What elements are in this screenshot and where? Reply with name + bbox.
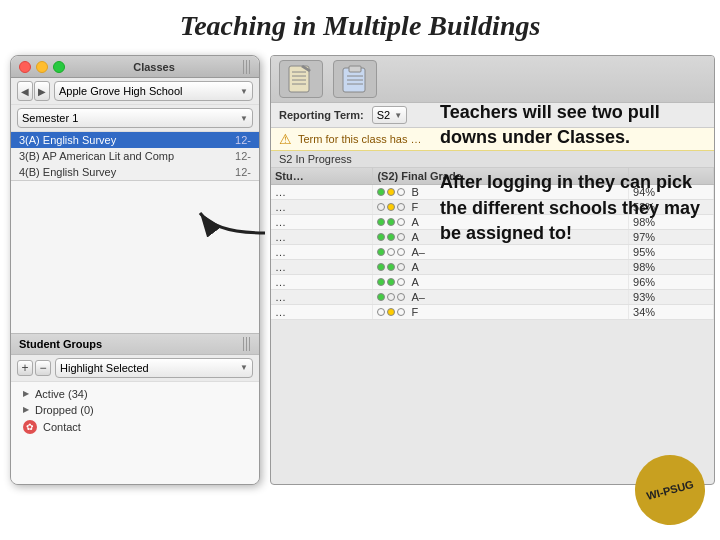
cell-stu: … — [271, 260, 373, 275]
school-dropdown-value: Apple Grove High School — [59, 85, 183, 97]
group-item-dropped[interactable]: ▶ Dropped (0) — [11, 402, 259, 418]
close-button[interactable] — [19, 61, 31, 73]
highlight-dropdown-value: Highlight Selected — [60, 362, 149, 374]
reporting-term-label: Reporting Term: — [279, 109, 364, 121]
triangle-icon-active: ▶ — [23, 389, 29, 398]
class-item-1[interactable]: 3(A) English Survey 12- — [11, 132, 259, 148]
page-title: Teaching in Multiple Buildings — [0, 0, 720, 50]
term-value: S2 — [377, 109, 390, 121]
classes-section: ◀ ▶ Apple Grove High School ▼ Semester 1… — [11, 78, 259, 181]
cell-stu: … — [271, 245, 373, 260]
groups-resize-handle[interactable] — [243, 337, 251, 351]
class-item-1-num: 12- — [235, 134, 251, 146]
class-item-3-code: 4(B) English Survey — [19, 166, 235, 178]
cell-grade: A– — [373, 290, 629, 305]
school-dropdown-row: ◀ ▶ Apple Grove High School ▼ — [11, 78, 259, 105]
col-stu: Stu… — [271, 168, 373, 185]
class-item-2-num: 12- — [235, 150, 251, 162]
status-text: S2 In Progress — [279, 153, 352, 165]
callout-top: Teachers will see two pull downs under C… — [440, 100, 710, 150]
semester-dropdown-arrow: ▼ — [240, 114, 248, 123]
contact-icon: ✿ — [23, 420, 37, 434]
traffic-lights — [19, 61, 65, 73]
group-list: ▶ Active (34) ▶ Dropped (0) ✿ Contact — [11, 382, 259, 485]
cell-grade: F — [373, 305, 629, 320]
group-contact-label: Contact — [43, 421, 81, 433]
group-active-label: Active (34) — [35, 388, 88, 400]
warning-icon: ⚠ — [279, 131, 292, 147]
table-row: … A96% — [271, 275, 714, 290]
cell-pct: 34% — [629, 305, 714, 320]
group-item-active[interactable]: ▶ Active (34) — [11, 386, 259, 402]
cell-stu: … — [271, 200, 373, 215]
group-item-contact[interactable]: ✿ Contact — [11, 418, 259, 436]
remove-group-button[interactable]: − — [35, 360, 51, 376]
add-remove-buttons: + − — [17, 360, 51, 376]
class-item-3[interactable]: 4(B) English Survey 12- — [11, 164, 259, 180]
nav-arrows: ◀ ▶ — [17, 81, 50, 101]
cell-pct: 93% — [629, 290, 714, 305]
term-dropdown-arrow: ▼ — [394, 111, 402, 120]
class-item-3-num: 12- — [235, 166, 251, 178]
groups-header: Student Groups — [11, 333, 259, 355]
semester-dropdown-row: Semester 1 ▼ — [11, 105, 259, 132]
groups-header-label: Student Groups — [19, 338, 102, 350]
window-titlebar: Classes — [11, 56, 259, 78]
badge-label: WI-PSUG — [645, 477, 695, 503]
class-item-2[interactable]: 3(B) AP American Lit and Comp 12- — [11, 148, 259, 164]
classes-window: Classes ◀ ▶ Apple Grove High School ▼ Se… — [10, 55, 260, 485]
cell-stu: … — [271, 185, 373, 200]
assignment-icon[interactable] — [333, 60, 377, 98]
semester-dropdown-value: Semester 1 — [22, 112, 78, 124]
zoom-button[interactable] — [53, 61, 65, 73]
warning-text: Term for this class has … — [298, 133, 421, 145]
term-dropdown[interactable]: S2 ▼ — [372, 106, 407, 124]
highlight-dropdown-arrow: ▼ — [240, 363, 248, 372]
grades-toolbar — [271, 56, 714, 103]
contact-icon-symbol: ✿ — [26, 422, 34, 432]
table-row: … A–93% — [271, 290, 714, 305]
svg-rect-7 — [349, 66, 361, 72]
highlight-dropdown[interactable]: Highlight Selected ▼ — [55, 358, 253, 378]
cell-stu: … — [271, 215, 373, 230]
class-item-1-code: 3(A) English Survey — [19, 134, 235, 146]
student-groups-section: Student Groups + − Highlight Selected ▼ … — [11, 333, 259, 485]
school-dropdown[interactable]: Apple Grove High School ▼ — [54, 81, 253, 101]
groups-controls: + − Highlight Selected ▼ — [11, 355, 259, 382]
arrow-annotation — [195, 198, 275, 242]
scoresheet-icon[interactable] — [279, 60, 323, 98]
minimize-button[interactable] — [36, 61, 48, 73]
cell-stu: … — [271, 230, 373, 245]
class-item-2-code: 3(B) AP American Lit and Comp — [19, 150, 235, 162]
window-title: Classes — [65, 61, 243, 73]
group-dropped-label: Dropped (0) — [35, 404, 94, 416]
resize-handle[interactable] — [243, 60, 251, 74]
prev-arrow[interactable]: ◀ — [17, 81, 33, 101]
callout-bottom: After logging in they can pick the diffe… — [440, 170, 710, 246]
text-panel-right: Teachers will see two pull downs under C… — [440, 100, 710, 266]
cell-grade: A — [373, 275, 629, 290]
cell-stu: … — [271, 305, 373, 320]
table-row: … F34% — [271, 305, 714, 320]
school-dropdown-arrow: ▼ — [240, 87, 248, 96]
triangle-icon-dropped: ▶ — [23, 405, 29, 414]
semester-dropdown[interactable]: Semester 1 ▼ — [17, 108, 253, 128]
cell-pct: 96% — [629, 275, 714, 290]
cell-stu: … — [271, 290, 373, 305]
main-area: Classes ◀ ▶ Apple Grove High School ▼ Se… — [0, 50, 720, 540]
add-group-button[interactable]: + — [17, 360, 33, 376]
cell-stu: … — [271, 275, 373, 290]
next-arrow[interactable]: ▶ — [34, 81, 50, 101]
